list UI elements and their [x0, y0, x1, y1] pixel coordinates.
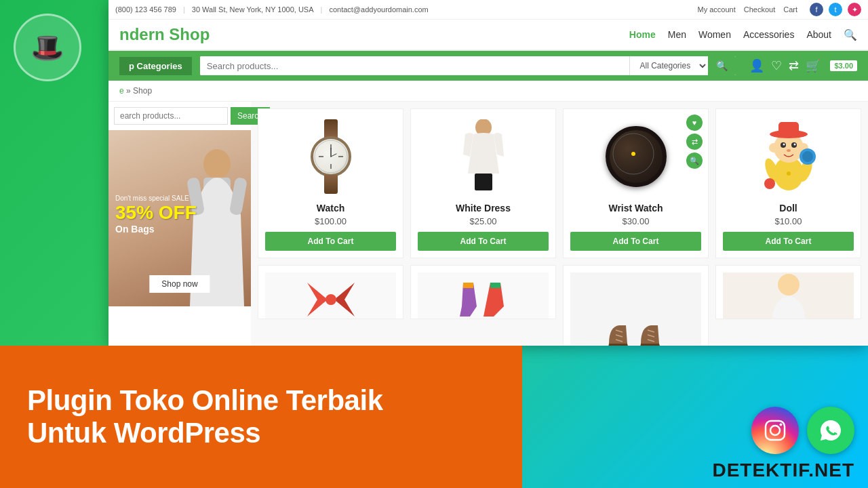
search-bar: All Categories 🔍	[200, 56, 736, 75]
svg-point-0	[203, 149, 231, 179]
phone-text: (800) 123 456 789	[115, 5, 176, 14]
sidebar-search-area: Search	[108, 102, 251, 130]
product-actions-wristwatch: ♥ ⇄ 🔍	[686, 115, 703, 169]
wristwatch-container	[606, 119, 667, 194]
zoom-action-wristwatch[interactable]: 🔍	[686, 152, 703, 169]
wristwatch-face	[606, 126, 667, 187]
product-price-watch: $100.00	[265, 216, 396, 226]
nav-about[interactable]: About	[806, 29, 831, 40]
breadcrumb-home[interactable]: e	[119, 86, 124, 96]
wishlist-action-wristwatch[interactable]: ♥	[686, 115, 703, 131]
my-account-link[interactable]: My account	[697, 5, 735, 14]
wishlist-icon[interactable]: ♡	[771, 58, 782, 73]
top-nav-links: My account Checkout Cart	[697, 5, 797, 14]
sidebar-search-input[interactable]	[114, 107, 228, 125]
checkout-link[interactable]: Checkout	[744, 5, 775, 14]
products-area: Watch $100.00 Add To Cart White Dress $2…	[251, 102, 868, 346]
add-to-cart-dress[interactable]: Add To Cart	[418, 232, 549, 251]
watch-band-bottom	[324, 175, 338, 194]
svg-point-22	[793, 144, 795, 146]
cart-link[interactable]: Cart	[783, 5, 797, 14]
svg-point-43	[770, 426, 780, 435]
search-icon-nav[interactable]: 🔍	[844, 28, 857, 41]
category-select[interactable]: All Categories	[629, 56, 708, 75]
svg-point-41	[778, 274, 800, 296]
account-icon[interactable]: 👤	[749, 58, 764, 73]
shop-now-button[interactable]: Shop now	[149, 275, 210, 293]
svg-point-44	[780, 424, 783, 426]
whatsapp-icon-bottom[interactable]	[807, 407, 854, 454]
logo-text2: Shop	[165, 25, 210, 43]
main-nav: Home Men Women Accessories About 🔍	[629, 28, 857, 41]
banner-on-bags: On Bags	[115, 224, 197, 235]
svg-point-17	[769, 143, 778, 152]
product-image-socks	[418, 272, 549, 319]
product-image-watch	[265, 116, 396, 197]
product-name-dress: White Dress	[418, 203, 549, 214]
add-to-cart-doll[interactable]: Add To Cart	[723, 232, 854, 251]
product-card-watch: Watch $100.00 Add To Cart	[258, 108, 403, 258]
compare-action-wristwatch[interactable]: ⇄	[686, 134, 703, 150]
svg-rect-28	[778, 122, 799, 136]
compare-icon[interactable]: ⇄	[789, 58, 799, 73]
site-logo: ndern Shop	[119, 25, 210, 44]
wristwatch-svg	[610, 130, 657, 178]
facebook-icon[interactable]: f	[810, 3, 823, 16]
social-icons: f t ✦	[810, 3, 861, 16]
top-bar: (800) 123 456 789 | 30 Wall St, New York…	[108, 0, 868, 20]
bow-svg	[304, 279, 358, 319]
nav-accessories[interactable]: Accessories	[743, 29, 794, 40]
search-input[interactable]	[200, 56, 630, 75]
banner-text: Don't miss special SALE 35% OFF On Bags	[115, 195, 197, 235]
cart-icon[interactable]: 🛒	[806, 58, 821, 73]
add-to-cart-watch[interactable]: Add To Cart	[265, 232, 396, 251]
browser-window: (800) 123 456 789 | 30 Wall St, New York…	[108, 0, 868, 346]
watch-band-top	[324, 119, 338, 138]
nav-men[interactable]: Men	[668, 29, 686, 40]
logo-text1: ndern	[119, 25, 165, 43]
product-card-shoes: Brown Shoes $25.00 Add To Cart	[563, 265, 709, 346]
search-button[interactable]: 🔍	[708, 56, 736, 75]
add-to-cart-wristwatch[interactable]: Add To Cart	[570, 232, 701, 251]
nav-home[interactable]: Home	[629, 29, 656, 40]
twitter-icon[interactable]: t	[829, 3, 842, 16]
categories-button[interactable]: p Categories	[119, 57, 192, 75]
product-card-woman2	[715, 265, 861, 319]
sidebar: Search Don't miss special SALE 35% OFF O…	[108, 102, 251, 346]
breadcrumb-shop: Shop	[133, 86, 152, 96]
nav-women[interactable]: Women	[698, 29, 731, 40]
product-price-wristwatch: $30.00	[570, 216, 701, 226]
svg-line-10	[331, 154, 336, 157]
product-name-doll: Doll	[723, 203, 854, 214]
product-name-watch: Watch	[265, 203, 396, 214]
watch-face	[311, 136, 351, 177]
svg-point-21	[783, 144, 785, 146]
sidebar-banner: Don't miss special SALE 35% OFF On Bags …	[108, 130, 251, 306]
product-image-doll	[723, 116, 854, 197]
social-bottom-right	[751, 407, 854, 454]
watch-face-svg	[313, 139, 349, 174]
address-text: 30 Wall St, New York, NY 1000, USA	[192, 5, 314, 14]
instagram-icon-bottom[interactable]	[751, 407, 799, 454]
instagram-svg	[762, 418, 788, 443]
product-image-shoes	[570, 272, 701, 346]
instagram-icon-top[interactable]: ✦	[848, 3, 861, 16]
svg-rect-12	[475, 174, 492, 190]
product-image-bow	[265, 272, 396, 319]
product-card-socks	[410, 265, 556, 319]
doll-svg	[762, 119, 816, 194]
watch-visual	[304, 119, 358, 194]
socks-svg	[456, 279, 511, 319]
svg-point-30	[802, 151, 813, 162]
svg-point-32	[326, 294, 336, 305]
product-price-dress: $25.00	[418, 216, 549, 226]
svg-rect-34	[490, 283, 500, 288]
product-image-wristwatch	[570, 116, 701, 197]
woman2-svg	[762, 272, 816, 319]
svg-rect-33	[463, 283, 473, 288]
svg-point-14	[631, 152, 635, 156]
product-card-dress: White Dress $25.00 Add To Cart	[410, 108, 556, 258]
banner-dont-miss: Don't miss special SALE	[115, 195, 197, 202]
dress-svg	[460, 119, 507, 194]
svg-point-24	[787, 171, 791, 176]
